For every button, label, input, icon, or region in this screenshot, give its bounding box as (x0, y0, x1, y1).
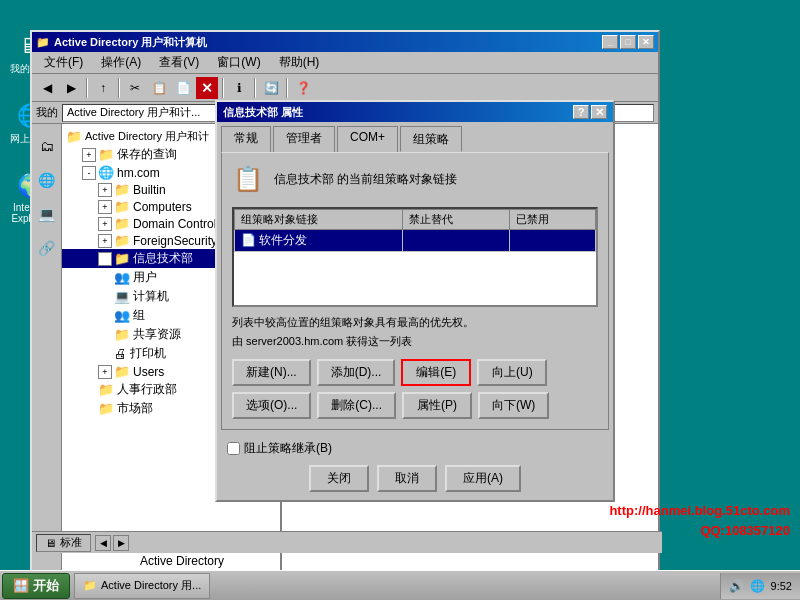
bottom-ad-label: Active Directory (140, 554, 224, 568)
address-label: 我的 (36, 105, 58, 120)
dialog-buttons-row2: 选项(O)... 删除(C)... 属性(P) 向下(W) (232, 392, 598, 419)
folder-icon: 📁 (114, 182, 130, 197)
dialog-title-bar: 信息技术部 属性 ? ✕ (217, 102, 613, 122)
menu-help[interactable]: 帮助(H) (271, 52, 328, 73)
dialog-header: 📋 信息技术部 的当前组策略对象链接 (232, 163, 598, 195)
folder-icon: 📁 (114, 199, 130, 214)
apply-button[interactable]: 应用(A) (445, 465, 521, 492)
block-inheritance-label: 阻止策略继承(B) (244, 440, 332, 457)
properties-button[interactable]: ℹ (228, 77, 250, 99)
copy-button[interactable]: 📋 (148, 77, 170, 99)
dialog-bottom-buttons: 关闭 取消 应用(A) (217, 457, 613, 500)
sidebar-icon-1: 🗂 (35, 134, 59, 158)
refresh-button[interactable]: 🔄 (260, 77, 282, 99)
toolbar-sep1 (86, 78, 88, 98)
policy-name-text: 软件分发 (259, 233, 307, 247)
dialog-header-text: 信息技术部 的当前组策略对象链接 (274, 171, 457, 188)
status-bar: 🖥 标准 ◀ ▶ (32, 531, 662, 553)
tab-manager[interactable]: 管理者 (273, 126, 335, 152)
expand-icon: + (98, 183, 112, 197)
dialog: 信息技术部 属性 ? ✕ 常规 管理者 COM+ 组策略 📋 信息技术部 的当前… (215, 100, 615, 502)
cancel-button[interactable]: 取消 (377, 465, 437, 492)
toolbar-sep3 (222, 78, 224, 98)
back-button[interactable]: ◀ (36, 77, 58, 99)
dialog-content: 📋 信息技术部 的当前组策略对象链接 组策略对象链接 禁止替代 已禁用 (221, 152, 609, 430)
users-icon: 👥 (114, 270, 130, 285)
policy-name: 📄 软件分发 (235, 230, 403, 252)
block-inheritance-checkbox[interactable] (227, 442, 240, 455)
tray-icon-1: 🔊 (729, 579, 744, 593)
folder-icon: 📁 (98, 401, 114, 416)
folder-icon: 📁 (98, 382, 114, 397)
policy-list-area[interactable]: 组策略对象链接 禁止替代 已禁用 📄 软件分发 (232, 207, 598, 307)
dialog-info-text: 列表中较高位置的组策略对象具有最高的优先权。 (232, 315, 598, 330)
close-button[interactable]: ✕ (638, 35, 654, 49)
tree-item-label: Builtin (133, 183, 166, 197)
down-button[interactable]: 向下(W) (478, 392, 549, 419)
tree-item-label: 打印机 (130, 345, 166, 362)
tree-item-label: hm.com (117, 166, 160, 180)
options-button[interactable]: 选项(O)... (232, 392, 311, 419)
toolbar-sep2 (118, 78, 120, 98)
dialog-source-text: 由 server2003.hm.com 获得这一列表 (232, 334, 598, 349)
status-panel: 🖥 标准 (36, 534, 91, 552)
window-icon: 📁 (36, 36, 50, 49)
watermark-qq: QQ:108357120 (609, 521, 790, 541)
title-bar: 📁 Active Directory 用户和计算机 _ □ ✕ (32, 32, 658, 52)
delete-button[interactable]: 删除(C)... (317, 392, 396, 419)
nav-prev-button[interactable]: ◀ (95, 535, 111, 551)
folder-icon: 📁 (114, 251, 130, 266)
start-button[interactable]: 🪟 开始 (2, 573, 70, 599)
clock: 9:52 (771, 580, 792, 592)
policy-row[interactable]: 📄 软件分发 (235, 230, 596, 252)
new-button[interactable]: 新建(N)... (232, 359, 311, 386)
expand-icon: - (98, 252, 112, 266)
tab-policy[interactable]: 组策略 (400, 126, 462, 152)
nav-next-button[interactable]: ▶ (113, 535, 129, 551)
tree-item-label: 人事行政部 (117, 381, 177, 398)
policy-disabled-val (509, 230, 595, 252)
policy-table: 组策略对象链接 禁止替代 已禁用 📄 软件分发 (234, 209, 596, 252)
cut-button[interactable]: ✂ (124, 77, 146, 99)
toolbar: ◀ ▶ ↑ ✂ 📋 📄 ✕ ℹ 🔄 ❓ (32, 74, 658, 102)
menu-window[interactable]: 窗口(W) (209, 52, 268, 73)
start-label: 开始 (33, 577, 59, 595)
menu-view[interactable]: 查看(V) (151, 52, 207, 73)
help-button[interactable]: ❓ (292, 77, 314, 99)
up-button[interactable]: 向上(U) (477, 359, 547, 386)
status-icon: 🖥 (45, 537, 56, 549)
menu-file[interactable]: 文件(F) (36, 52, 91, 73)
sidebar-icon-3: 💻 (35, 202, 59, 226)
minimize-button[interactable]: _ (602, 35, 618, 49)
tab-general[interactable]: 常规 (221, 126, 271, 152)
policy-header-icon: 📋 (232, 163, 264, 195)
dialog-help-button[interactable]: ? (573, 105, 589, 119)
tree-item-label: 市场部 (117, 400, 153, 417)
tree-item-label: 信息技术部 (133, 250, 193, 267)
forward-button[interactable]: ▶ (60, 77, 82, 99)
taskbar-tray: 🔊 🌐 9:52 (720, 573, 800, 599)
taskbar-item-ad[interactable]: 📁 Active Directory 用... (74, 573, 210, 599)
tab-com[interactable]: COM+ (337, 126, 398, 152)
ad-icon: 📁 (83, 579, 97, 592)
sidebar-icon-4: 🔗 (35, 236, 59, 260)
col-policy-link: 组策略对象链接 (235, 210, 403, 230)
properties-button[interactable]: 属性(P) (402, 392, 472, 419)
dialog-close-button[interactable]: ✕ (591, 105, 607, 119)
maximize-button[interactable]: □ (620, 35, 636, 49)
edit-button[interactable]: 编辑(E) (401, 359, 471, 386)
status-text: 标准 (60, 535, 82, 550)
toolbar-sep5 (286, 78, 288, 98)
printer-icon: 🖨 (114, 346, 127, 361)
tree-item-label: Active Directory 用户和计 (85, 129, 209, 144)
tree-item-label: 计算机 (133, 288, 169, 305)
menu-action[interactable]: 操作(A) (93, 52, 149, 73)
close-button[interactable]: 关闭 (309, 465, 369, 492)
expand-icon: + (98, 200, 112, 214)
folder-icon: 📁 (98, 147, 114, 162)
delete-button[interactable]: ✕ (196, 77, 218, 99)
add-button[interactable]: 添加(D)... (317, 359, 396, 386)
up-button[interactable]: ↑ (92, 77, 114, 99)
shared-icon: 📁 (114, 327, 130, 342)
paste-button[interactable]: 📄 (172, 77, 194, 99)
